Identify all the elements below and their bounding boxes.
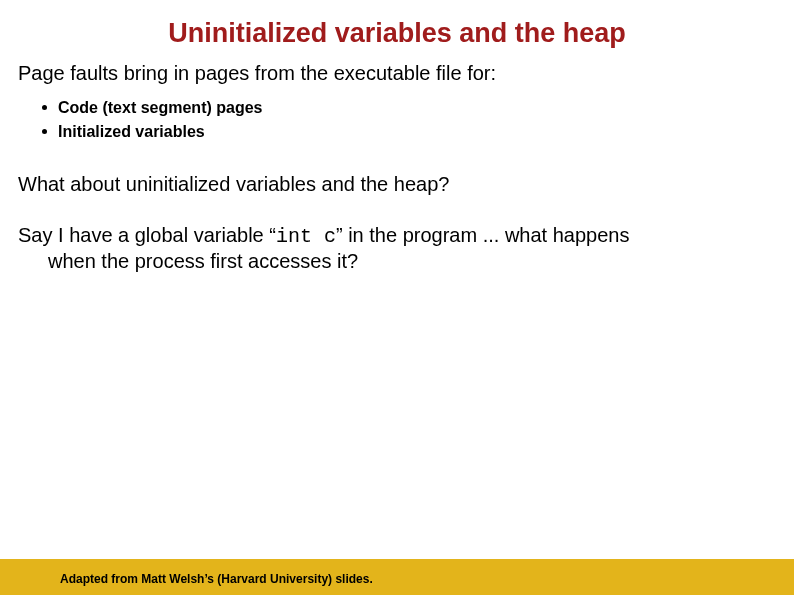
p3-line2: when the process first accesses it? [18, 249, 776, 274]
slide-title: Uninitialized variables and the heap [0, 0, 794, 59]
p3-code: int c [276, 225, 336, 248]
footer-attribution: Adapted from Matt Welsh’s (Harvard Unive… [60, 572, 373, 586]
paragraph-3: Say I have a global variable “int c” in … [0, 223, 794, 274]
paragraph-2: What about uninitialized variables and t… [0, 172, 794, 197]
list-item: Initialized variables [58, 120, 794, 144]
paragraph-1: Page faults bring in pages from the exec… [0, 61, 794, 86]
footer-band: Adapted from Matt Welsh’s (Harvard Unive… [0, 559, 794, 595]
list-item: Code (text segment) pages [58, 96, 794, 120]
p3-text-post: ” in the program ... what happens [336, 224, 630, 246]
p3-text-pre: Say I have a global variable “ [18, 224, 276, 246]
bullet-list: Code (text segment) pages Initialized va… [0, 96, 794, 144]
